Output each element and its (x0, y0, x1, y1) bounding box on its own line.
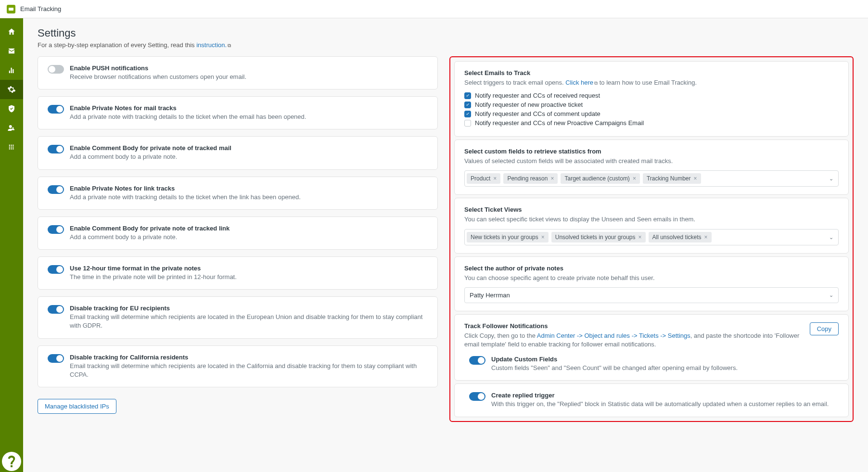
remove-tag-icon[interactable]: × (693, 175, 697, 182)
right-column-highlighted: Select Emails to Track Select triggers t… (449, 56, 854, 422)
tag-view-new: New tickets in your groups× (467, 232, 549, 242)
sidebar-apps[interactable] (0, 138, 23, 157)
remove-tag-icon[interactable]: × (550, 175, 554, 182)
page-subtitle: For a step-by-step explanation of every … (38, 41, 854, 49)
card-push: Enable PUSH notifications Receive browse… (38, 56, 438, 89)
toggle-ca[interactable] (48, 354, 64, 363)
checkbox-proactive-ticket[interactable] (464, 102, 471, 108)
copy-button[interactable]: Copy (810, 322, 839, 335)
card-follower: Track Follower Notifications Click Copy,… (454, 314, 849, 381)
manage-blacklist-button[interactable]: Manage blacklisted IPs (38, 399, 116, 414)
ticket-views-select[interactable]: New tickets in your groups× Unsolved tic… (464, 229, 839, 245)
sidebar-security[interactable] (0, 99, 23, 118)
topbar: Email Tracking (0, 0, 868, 18)
chevron-down-icon: ⌄ (829, 176, 833, 182)
sidebar-mail[interactable] (0, 41, 23, 61)
external-icon: ⧉ (228, 43, 231, 48)
toggle-push[interactable] (48, 65, 64, 74)
remove-tag-icon[interactable]: × (638, 234, 642, 241)
remove-tag-icon[interactable]: × (704, 234, 708, 241)
checkbox-received-request[interactable] (464, 92, 471, 99)
sidebar-settings[interactable] (0, 80, 23, 99)
push-title: Enable PUSH notifications (70, 64, 246, 72)
toggle-pn-mail[interactable] (48, 105, 64, 114)
sidebar (0, 18, 23, 436)
author-select[interactable]: Patty Herrman ⌄ (464, 287, 839, 303)
card-ticket-views: Select Ticket Views You can select speci… (454, 198, 849, 253)
tag-view-all: All unsolved tickets× (649, 232, 712, 242)
toggle-12h[interactable] (48, 265, 64, 274)
card-replied: Create replied trigger With this trigger… (454, 383, 849, 417)
remove-tag-icon[interactable]: × (493, 175, 497, 182)
checkbox-proactive-campaigns[interactable] (464, 120, 471, 127)
click-here-link[interactable]: Click here (565, 79, 593, 86)
card-ca: Disable tracking for California resident… (38, 345, 438, 387)
topbar-title: Email Tracking (20, 5, 61, 13)
tag-audience: Target audience (custom)× (561, 173, 639, 184)
card-cb-mail: Enable Comment Body for private note of … (38, 136, 438, 169)
app-icon (7, 5, 15, 13)
toggle-cb-mail[interactable] (48, 145, 64, 153)
tag-view-unsolved: Unsolved tickets in your groups× (551, 232, 646, 242)
card-custom-fields: Select custom fields to retrieve statist… (454, 140, 849, 195)
card-emails: Select Emails to Track Select triggers t… (454, 61, 849, 137)
toggle-pn-link[interactable] (48, 185, 64, 194)
tag-tracking: Tracking Number× (643, 173, 701, 184)
toggle-cb-link[interactable] (48, 225, 64, 234)
toggle-replied[interactable] (469, 392, 485, 401)
remove-tag-icon[interactable]: × (541, 234, 545, 241)
card-pn-link: Enable Private Notes for link tracks Add… (38, 177, 438, 210)
checkbox-comment-update[interactable] (464, 111, 471, 117)
tag-pending: Pending reason× (503, 173, 558, 184)
sidebar-stats[interactable] (0, 61, 23, 80)
left-column: Enable PUSH notifications Receive browse… (38, 56, 438, 414)
sidebar-home[interactable] (0, 22, 23, 41)
admin-center-link[interactable]: Admin Center -> Object and rules -> Tick… (537, 332, 690, 339)
sidebar-users[interactable] (0, 118, 23, 138)
card-pn-mail: Enable Private Notes for mail tracks Add… (38, 96, 438, 129)
page-title: Settings (38, 27, 854, 39)
custom-fields-select[interactable]: Product× Pending reason× Target audience… (464, 170, 839, 187)
toggle-update-cf[interactable] (469, 356, 485, 365)
tag-product: Product× (467, 173, 500, 184)
toggle-eu[interactable] (48, 305, 64, 314)
external-icon: ⧉ (594, 80, 598, 86)
chevron-down-icon: ⌄ (829, 234, 833, 240)
card-cb-link: Enable Comment Body for private note of … (38, 217, 438, 250)
card-12h: Use 12-hour time format in the private n… (38, 256, 438, 290)
push-desc: Receive browser notifications when custo… (70, 73, 246, 81)
main: Settings For a step-by-step explanation … (23, 18, 868, 436)
card-author: Select the author of private notes You c… (454, 256, 849, 311)
remove-tag-icon[interactable]: × (633, 175, 636, 182)
chevron-down-icon: ⌄ (829, 292, 833, 298)
instruction-link[interactable]: instruction. (196, 41, 227, 49)
card-eu: Disable tracking for EU recipients Email… (38, 296, 438, 338)
